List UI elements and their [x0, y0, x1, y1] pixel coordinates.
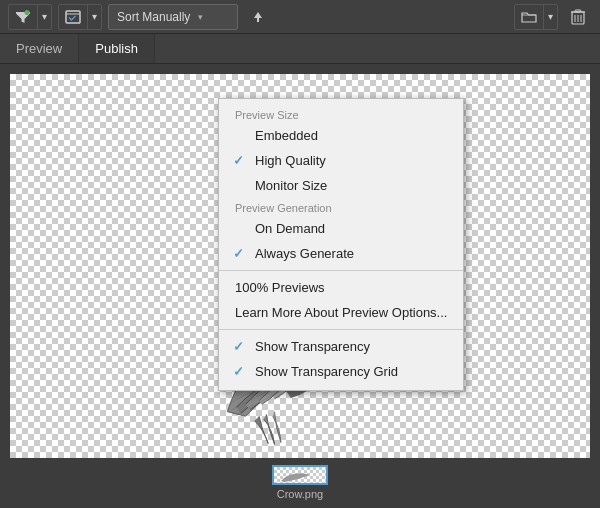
preview-icon	[59, 5, 87, 29]
filter-icon-group[interactable]: ▾	[8, 4, 52, 30]
menu-item-always-generate[interactable]: ✓ Always Generate	[219, 241, 463, 266]
menu-divider-1	[219, 270, 463, 271]
sort-dropdown-arrow: ▾	[198, 12, 203, 22]
preview-icon-group[interactable]: ▾	[58, 4, 102, 30]
thumbnail-preview[interactable]	[272, 465, 328, 485]
folder-dropdown-arrow: ▾	[543, 5, 557, 29]
sort-dropdown[interactable]: Sort Manually ▾	[108, 4, 238, 30]
tabs-bar: Preview Publish	[0, 34, 600, 64]
preview-gen-label: Preview Generation	[219, 198, 463, 216]
menu-divider-2	[219, 329, 463, 330]
check-show-transparency-grid: ✓	[233, 364, 244, 379]
menu-item-high-quality[interactable]: ✓ High Quality	[219, 148, 463, 173]
svg-rect-3	[257, 17, 259, 22]
menu-item-100-previews[interactable]: 100% Previews	[219, 275, 463, 300]
canvas-area: Crow.png Preview Size ✓ Embedded ✓ High …	[0, 64, 600, 508]
check-always-generate: ✓	[233, 246, 244, 261]
menu-item-learn-more[interactable]: Learn More About Preview Options...	[219, 300, 463, 325]
sort-label: Sort Manually	[117, 10, 190, 24]
filter-dropdown-arrow: ▾	[37, 5, 51, 29]
tab-publish[interactable]: Publish	[79, 34, 155, 63]
check-high-quality: ✓	[233, 153, 244, 168]
preview-dropdown-arrow: ▾	[87, 5, 101, 29]
sort-direction-button[interactable]	[244, 4, 272, 30]
filter-icon	[9, 5, 37, 29]
menu-item-show-transparency[interactable]: ✓ Show Transparency	[219, 334, 463, 359]
menu-item-monitor-size[interactable]: ✓ Monitor Size	[219, 173, 463, 198]
folder-icon-group[interactable]: ▾	[514, 4, 558, 30]
svg-rect-1	[66, 11, 80, 23]
file-name: Crow.png	[277, 488, 323, 500]
svg-rect-6	[575, 10, 581, 12]
folder-icon	[515, 5, 543, 29]
menu-item-show-transparency-grid[interactable]: ✓ Show Transparency Grid	[219, 359, 463, 384]
tab-preview[interactable]: Preview	[0, 34, 79, 63]
thumbnail-area: Crow.png	[272, 465, 328, 500]
toolbar: ▾ ▾ Sort Manually ▾ ▾	[0, 0, 600, 34]
menu-item-embedded[interactable]: ✓ Embedded	[219, 123, 463, 148]
trash-icon-button[interactable]	[564, 4, 592, 30]
dropdown-menu: Preview Size ✓ Embedded ✓ High Quality ✓…	[218, 98, 464, 391]
svg-point-0	[25, 10, 30, 15]
menu-item-on-demand[interactable]: ✓ On Demand	[219, 216, 463, 241]
preview-size-label: Preview Size	[219, 105, 463, 123]
check-show-transparency: ✓	[233, 339, 244, 354]
